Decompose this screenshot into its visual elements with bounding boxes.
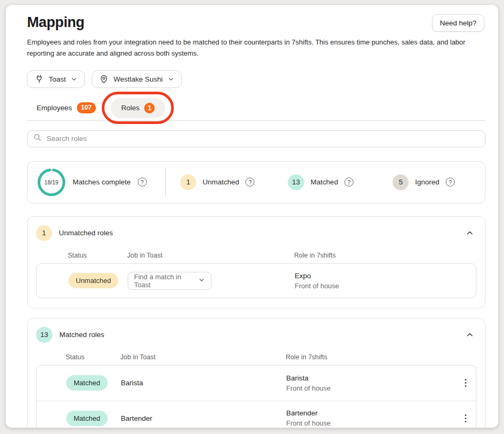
matched-stat-label: Matched: [311, 178, 338, 186]
matches-complete-label: Matches complete: [73, 178, 131, 186]
column-header-status: Status: [66, 353, 120, 361]
search-input[interactable]: [47, 135, 480, 143]
help-icon[interactable]: ?: [446, 178, 455, 187]
table-row: Matched Barista Barista Front of house: [37, 366, 476, 401]
matched-section-header: 13 Matched roles: [36, 327, 476, 343]
find-match-select-value: Find a match in Toast: [134, 273, 198, 289]
location-dropdown-label: Westlake Sushi: [113, 75, 163, 83]
progress-value: 18/19: [37, 168, 66, 197]
role-name: Expo: [295, 272, 476, 280]
kebab-menu-icon[interactable]: [462, 377, 470, 389]
column-header-job: Job in Toast: [127, 252, 294, 259]
page-description: Employees and roles from your integratio…: [27, 37, 485, 59]
unmatched-stat: 1 Unmatched ?: [180, 174, 254, 190]
matched-count-badge: 13: [288, 174, 304, 190]
find-match-select[interactable]: Find a match in Toast: [128, 272, 211, 290]
location-pin-icon: [99, 74, 109, 84]
tab-roles-label: Roles: [121, 104, 140, 112]
chevron-down-icon: [167, 76, 174, 83]
mapping-page: Mapping Need help? Employees and roles f…: [5, 4, 499, 428]
role-department: Front of house: [286, 419, 455, 427]
matches-complete-stat: 18/19 Matches complete ?: [37, 168, 165, 197]
matched-table: Matched Barista Barista Front of house M…: [36, 365, 476, 428]
table-row: Matched Bartender Bartender Front of hou…: [37, 401, 476, 428]
tab-employees-label: Employees: [37, 104, 72, 112]
tab-employees[interactable]: Employees 107: [37, 102, 96, 113]
role-cell: Bartender Front of house: [286, 409, 455, 427]
match-summary-card: 18/19 Matches complete ? 1 Unmatched ? 1…: [27, 161, 485, 203]
matched-column-headers: Status Job in Toast Role in 7shifts: [36, 353, 476, 361]
ignored-stat-label: Ignored: [415, 178, 439, 186]
role-department: Front of house: [295, 282, 476, 290]
tab-roles[interactable]: Roles 1: [111, 98, 166, 118]
help-icon[interactable]: ?: [245, 178, 254, 187]
ignored-stat: 5 Ignored ?: [393, 174, 455, 190]
roles-count-badge: 1: [144, 103, 155, 113]
progress-ring: 18/19: [37, 168, 66, 197]
collapse-chevron-up-icon[interactable]: [463, 227, 476, 238]
unmatched-count-badge: 1: [180, 174, 196, 190]
role-name: Barista: [286, 374, 455, 382]
tab-roles-wrapper: Roles 1: [111, 98, 166, 118]
matched-section-title: Matched roles: [59, 331, 456, 339]
page-title: Mapping: [27, 14, 84, 31]
help-icon[interactable]: ?: [138, 178, 147, 187]
employees-count-badge: 107: [77, 102, 96, 113]
role-cell: Expo Front of house: [295, 272, 476, 290]
need-help-button[interactable]: Need help?: [432, 14, 484, 32]
status-badge: Matched: [66, 375, 108, 391]
column-header-role: Role in 7shifts: [294, 252, 476, 259]
unmatched-section-header: 1 Unmatched roles: [36, 225, 476, 241]
unmatched-column-headers: Status Job in Toast Role in 7shifts: [36, 252, 476, 259]
column-header-job: Job in Toast: [120, 353, 286, 361]
search-icon: [33, 133, 42, 144]
chevron-down-icon: [198, 277, 205, 285]
matched-stat: 13 Matched ?: [288, 174, 353, 190]
tab-bar: Employees 107 Roles 1: [27, 96, 485, 121]
kebab-menu-icon[interactable]: [462, 412, 470, 424]
role-department: Front of house: [286, 384, 455, 392]
collapse-chevron-up-icon[interactable]: [463, 329, 476, 340]
unmatched-section-count: 1: [36, 225, 52, 241]
job-name: Bartender: [121, 414, 286, 422]
help-icon[interactable]: ?: [344, 178, 353, 187]
status-badge: Unmatched: [68, 273, 118, 288]
page-header: Mapping Need help?: [27, 14, 485, 32]
table-row: Unmatched Find a match in Toast Expo Fro…: [37, 264, 476, 298]
job-name: Barista: [121, 379, 286, 387]
stat-items: 1 Unmatched ? 13 Matched ? 5 Ignored ?: [166, 174, 475, 190]
unmatched-table: Unmatched Find a match in Toast Expo Fro…: [36, 263, 476, 298]
unmatched-stat-label: Unmatched: [202, 178, 239, 186]
integration-dropdown-label: Toast: [49, 75, 66, 83]
chevron-down-icon: [70, 76, 77, 83]
location-dropdown[interactable]: Westlake Sushi: [92, 70, 182, 88]
matched-roles-section: 13 Matched roles Status Job in Toast Rol…: [27, 318, 485, 428]
column-header-status: Status: [68, 252, 127, 259]
matched-section-count: 13: [36, 327, 52, 343]
plug-icon: [34, 74, 44, 84]
integration-dropdown[interactable]: Toast: [27, 70, 85, 88]
role-cell: Barista Front of house: [286, 374, 455, 392]
search-bar: [27, 130, 485, 147]
filter-bar: Toast Westlake Sushi: [27, 70, 485, 88]
status-badge: Matched: [66, 411, 108, 426]
column-header-role: Role in 7shifts: [286, 353, 455, 361]
unmatched-section-title: Unmatched roles: [59, 229, 456, 237]
unmatched-roles-section: 1 Unmatched roles Status Job in Toast Ro…: [27, 216, 485, 308]
role-name: Bartender: [286, 409, 455, 417]
ignored-count-badge: 5: [393, 174, 409, 190]
